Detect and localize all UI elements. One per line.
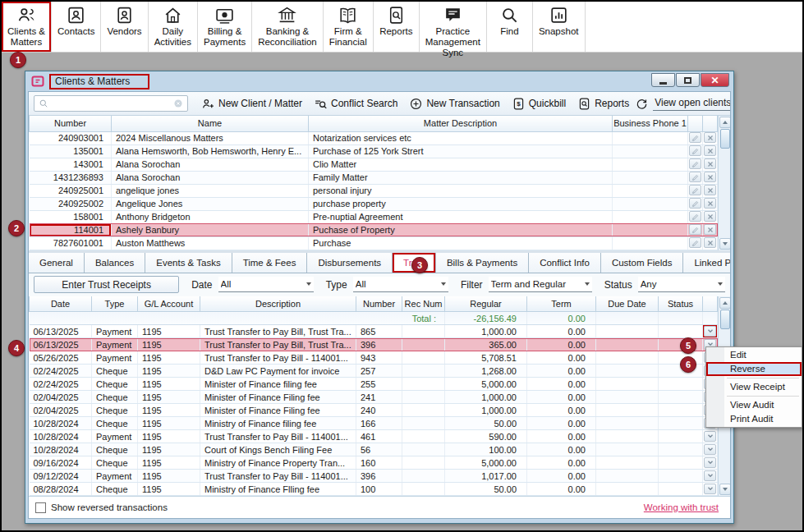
trust-row[interactable]: 10/28/2024Cheque1195Court of Kings Bench… [30, 443, 718, 456]
client-row[interactable]: 158001Anthony BridgetonPre-nuptial Agree… [30, 210, 718, 223]
client-row[interactable]: 1431236893Alana SorochanFamily Matter [30, 171, 718, 184]
trust-row[interactable]: 02/24/2025Cheque1195D&D Law PC Payment f… [30, 365, 718, 378]
toolbar-action-new-transaction[interactable]: New Transaction [409, 97, 499, 111]
tab-custom-fields[interactable]: Custom Fields [601, 253, 684, 273]
edit-row-button[interactable] [689, 132, 701, 143]
row-menu-button[interactable] [704, 457, 716, 468]
type-filter-select[interactable]: All [353, 277, 448, 292]
toolbar-action-new-client-matter[interactable]: New Client / Matter [201, 97, 302, 111]
close-button[interactable]: ✕ [701, 73, 729, 87]
client-row[interactable]: 240925001angelique jonespersonal injury [30, 184, 718, 197]
column-header-due-date[interactable]: Due Date [596, 296, 659, 312]
column-header-type[interactable]: Type [92, 296, 138, 312]
view-selector[interactable]: View open clients / matter [636, 97, 731, 111]
row-menu-button[interactable] [704, 470, 716, 481]
date-filter-select[interactable]: All [218, 277, 314, 292]
app-toolbar-button-vendors[interactable]: Vendors [101, 2, 148, 52]
edit-row-button[interactable] [689, 211, 701, 222]
app-toolbar-button-reports[interactable]: Reports [374, 2, 420, 52]
delete-row-button[interactable] [704, 198, 716, 209]
tab-linked-people[interactable]: Linked People [683, 253, 731, 273]
scroll-up-icon[interactable] [719, 117, 731, 128]
app-toolbar-button-daily-activities[interactable]: Daily Activities [149, 2, 198, 52]
column-header-term[interactable]: Term [527, 296, 596, 312]
column-header-g-l-account[interactable]: G/L Account [138, 296, 200, 312]
client-row[interactable]: 135001Alana Hemsworth, Bob Hemsworth, He… [30, 144, 718, 158]
minimize-button[interactable] [651, 73, 675, 87]
edit-row-button[interactable] [689, 224, 701, 235]
app-toolbar-button-banking-reconciliation[interactable]: Banking & Reconciliation [252, 2, 324, 52]
edit-row-button[interactable] [689, 237, 701, 248]
column-header-number[interactable]: Number [30, 116, 112, 131]
row-menu-button[interactable] [704, 431, 716, 442]
search-input[interactable] [53, 99, 169, 108]
trust-row[interactable]: 02/04/2025Cheque1195Minister of Finance … [30, 404, 718, 417]
menu-item-print-audit[interactable]: Print Audit [706, 412, 802, 426]
column-header-name[interactable]: Name [112, 116, 309, 131]
delete-row-button[interactable] [704, 211, 716, 222]
app-toolbar-button-contacts[interactable]: Contacts [52, 2, 101, 52]
delete-row-button[interactable] [704, 132, 716, 143]
column-header-regular[interactable]: Regular [445, 296, 527, 312]
filter-filter-select[interactable]: Term and Regular [489, 277, 592, 292]
column-header-rec-num[interactable]: Rec Num [402, 296, 445, 312]
working-with-trust-link[interactable]: Working with trust [644, 502, 724, 512]
scroll-down-icon[interactable] [719, 484, 731, 495]
toolbar-action-quickbill[interactable]: $Quickbill [512, 97, 566, 111]
delete-row-button[interactable] [704, 145, 716, 156]
trust-row[interactable]: 05/26/2025Payment1195Trust Transfer to P… [30, 351, 718, 365]
menu-item-edit[interactable]: Edit [706, 348, 802, 362]
column-header-matter-description[interactable]: Matter Description [309, 116, 613, 131]
trust-row[interactable]: 09/16/2024Cheque1195Ministry of Finance … [30, 456, 718, 470]
edit-row-button[interactable] [689, 172, 701, 182]
menu-item-reverse[interactable]: Reverse [706, 362, 802, 376]
enter-trust-receipts-button[interactable]: Enter Trust Receipts [34, 276, 179, 293]
tab-disbursements[interactable]: Disbursements [307, 253, 393, 273]
tab-general[interactable]: General [29, 253, 85, 273]
client-grid-scrollbar[interactable] [718, 116, 731, 250]
scroll-up-icon[interactable] [719, 297, 731, 309]
row-menu-button[interactable] [704, 484, 716, 494]
trust-row[interactable]: 09/12/2024Payment1195Trust Transfer to P… [30, 470, 718, 483]
trust-row[interactable]: 10/28/2024Payment1195Trust Transfer to P… [30, 430, 718, 443]
trust-row[interactable]: 06/13/2025Payment1195Trust Transfer to P… [30, 338, 718, 351]
row-menu-button[interactable] [704, 444, 716, 455]
search-box[interactable] [34, 95, 188, 112]
trust-row[interactable]: 02/24/2025Cheque1195Minister of Finance … [30, 378, 718, 391]
delete-row-button[interactable] [704, 237, 716, 248]
delete-row-button[interactable] [704, 224, 716, 235]
column-header-status[interactable]: Status [659, 296, 703, 312]
app-toolbar-button-find[interactable]: Find [487, 2, 533, 52]
tab-events-tasks[interactable]: Events & Tasks [145, 253, 232, 273]
toolbar-action-reports[interactable]: Reports [577, 97, 629, 111]
app-toolbar-button-billing-payments[interactable]: Billing & Payments [198, 2, 252, 52]
scroll-thumb[interactable] [720, 129, 730, 149]
column-header-business-phone-1[interactable]: Business Phone 1 [613, 116, 688, 131]
tab-time-fees[interactable]: Time & Fees [232, 253, 308, 273]
client-row[interactable]: 7827601001Auston MatthewsPurchase [30, 236, 718, 250]
show-reversed-checkbox[interactable] [35, 502, 46, 513]
toolbar-action-conflict-search[interactable]: Conflict Search [314, 97, 397, 111]
app-toolbar-button-practice-management-sync[interactable]: Practice Management Sync [420, 2, 487, 52]
client-row[interactable]: 114001Ashely BanburyPuchase of Property [30, 223, 718, 236]
client-row[interactable]: 240925002Angelique Jonespurchase propert… [30, 197, 718, 210]
app-toolbar-button-snapshot[interactable]: Snapshot [533, 2, 586, 52]
app-toolbar-button-firm-financial[interactable]: Firm & Financial [324, 2, 374, 52]
maximize-button[interactable] [676, 73, 700, 87]
status-filter-select[interactable]: Any [638, 277, 725, 292]
column-header-date[interactable]: Date [30, 296, 92, 312]
row-menu-button[interactable] [704, 326, 716, 337]
scroll-thumb[interactable] [720, 310, 730, 329]
trust-row[interactable]: 10/28/2024Cheque1195Ministry of Finance … [30, 417, 718, 430]
delete-row-button[interactable] [704, 172, 716, 182]
tab-balances[interactable]: Balances [85, 253, 145, 273]
client-row[interactable]: 2409030012024 Miscellanous MattersNotari… [30, 131, 718, 144]
menu-item-view-audit[interactable]: View Audit [706, 398, 802, 412]
column-header-description[interactable]: Description [200, 296, 356, 312]
column-header-number[interactable]: Number [356, 296, 402, 312]
tab-bills-payments[interactable]: Bills & Payments [436, 253, 529, 273]
menu-item-view-receipt[interactable]: View Receipt [706, 380, 802, 394]
edit-row-button[interactable] [689, 158, 701, 169]
edit-row-button[interactable] [689, 185, 701, 195]
edit-row-button[interactable] [689, 145, 701, 156]
